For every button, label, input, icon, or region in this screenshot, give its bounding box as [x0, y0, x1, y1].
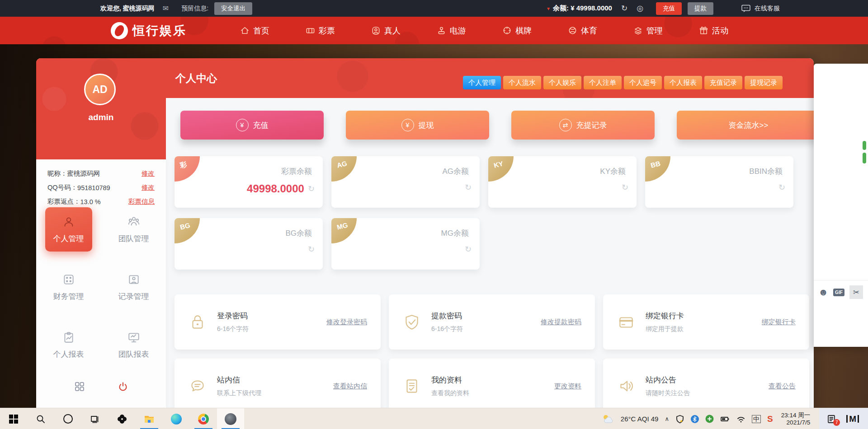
change-withdraw-password-link[interactable]: 修改提款密码 — [541, 318, 581, 326]
refresh-icon[interactable]: ↻ — [308, 184, 315, 194]
scrollbar-thumb[interactable] — [863, 141, 866, 150]
security-shield-icon[interactable] — [675, 415, 684, 424]
flower-app-icon — [117, 414, 127, 424]
nav-item-manage[interactable]: 管理 — [633, 25, 663, 36]
change-profile-link[interactable]: 更改资料 — [554, 382, 581, 391]
withdraw-button[interactable]: ¥ 提现 — [346, 111, 489, 140]
scissors-icon[interactable]: ✂ — [849, 285, 863, 299]
action-label: 提现 — [419, 120, 434, 131]
gif-icon[interactable]: GIF — [833, 289, 844, 296]
chat-bubble-icon[interactable] — [741, 5, 750, 13]
mail-icon[interactable]: ✉ — [163, 4, 169, 13]
nav-label: 棋牌 — [515, 25, 532, 36]
avatar[interactable]: AD — [84, 74, 116, 105]
lottery-info-link[interactable]: 彩票信息 — [128, 197, 155, 206]
balance-label: BG余额 — [285, 228, 312, 238]
sidebar-item-finance-manage[interactable]: 财务管理 — [45, 265, 92, 309]
eye-icon[interactable]: ◎ — [637, 4, 643, 13]
nav-item-home[interactable]: 首页 — [240, 25, 269, 36]
live-dealer-icon — [371, 26, 381, 35]
topbar-withdraw-button[interactable]: 提款 — [688, 2, 713, 15]
sidebar-item-personal-manage[interactable]: 个人管理 — [45, 207, 92, 252]
sidebar-item-team-report[interactable]: 团队报表 — [110, 323, 157, 367]
emoji-icon[interactable]: ☻ — [818, 287, 828, 298]
clock[interactable]: 23:14 周一 2021/7/5 — [781, 412, 811, 426]
apps-grid-icon[interactable] — [74, 381, 85, 392]
nav-item-poker[interactable]: 棋牌 — [502, 25, 532, 36]
fund-flow-button[interactable]: 资金流水>> — [677, 111, 814, 140]
tab-personal-report[interactable]: 个人报表 — [664, 76, 702, 89]
cortana-button[interactable] — [54, 408, 81, 429]
card-title: 提款密码 — [431, 311, 463, 321]
sogou-icon[interactable]: S — [767, 414, 773, 424]
refresh-icon[interactable]: ↻ — [308, 244, 315, 254]
edit-nickname-link[interactable]: 修改 — [142, 169, 155, 178]
recharge-withdraw-record-button[interactable]: ⇄ 充提记录 — [511, 111, 655, 140]
nav-item-egame[interactable]: 电游 — [437, 25, 466, 36]
nav-item-live[interactable]: 真人 — [371, 25, 401, 36]
tray-chevron-icon[interactable]: ∧ — [665, 415, 669, 422]
sidebar-item-record-manage[interactable]: 记录管理 — [110, 265, 157, 309]
pinned-app-button[interactable] — [108, 408, 136, 429]
change-login-password-link[interactable]: 修改登录密码 — [326, 318, 367, 326]
edge-button[interactable] — [163, 408, 190, 429]
person-icon — [62, 215, 75, 228]
search-button[interactable] — [27, 408, 54, 429]
yen-plus-icon: ¥ — [236, 119, 249, 131]
file-explorer-button[interactable] — [136, 408, 163, 429]
recharge-button[interactable]: ¥ 充值 — [180, 111, 324, 140]
tab-personal-chase[interactable]: 个人追号 — [624, 76, 662, 89]
refresh-icon[interactable]: ↻ — [465, 244, 472, 254]
tab-withdraw-record[interactable]: 提现记录 — [745, 76, 783, 89]
tab-personal-manage[interactable]: 个人管理 — [463, 76, 501, 89]
online-service-link[interactable]: 在线客服 — [755, 5, 780, 13]
nav-item-lottery[interactable]: 彩票 — [306, 25, 335, 36]
bluetooth-icon[interactable] — [691, 415, 699, 423]
info-label: 昵称： — [47, 169, 67, 178]
refresh-icon[interactable]: ↻ — [465, 182, 472, 192]
edit-qq-link[interactable]: 修改 — [142, 183, 155, 192]
notification-center-button[interactable]: 7 — [826, 414, 836, 424]
lottery-badge: 彩 — [175, 156, 200, 182]
card-title: 站内信 — [217, 375, 261, 385]
ime-indicator[interactable]: 中 — [752, 415, 761, 423]
nav-item-sports[interactable]: 体育 — [568, 25, 597, 36]
balance-caret-icon[interactable]: ▾ — [547, 5, 550, 12]
balance-label: KY余额 — [600, 166, 626, 177]
cortana-icon — [63, 414, 73, 424]
refresh-icon[interactable]: ↻ — [778, 182, 785, 192]
weather-text[interactable]: 26°C AQI 49 — [621, 415, 659, 423]
task-view-button[interactable] — [81, 408, 108, 429]
sidebar-item-team-manage[interactable]: 团队管理 — [110, 207, 157, 252]
transfer-icon: ⇄ — [559, 119, 572, 131]
safety-plus-icon[interactable] — [705, 415, 714, 423]
active-app-button[interactable] — [217, 408, 244, 429]
yen-icon: ¥ — [401, 119, 414, 131]
tab-recharge-record[interactable]: 充值记录 — [704, 76, 742, 89]
weather-icon[interactable] — [602, 414, 614, 424]
wifi-icon[interactable] — [736, 415, 745, 423]
bank-card-icon — [617, 312, 636, 331]
view-site-message-link[interactable]: 查看站内信 — [333, 382, 367, 391]
battery-icon[interactable] — [720, 415, 730, 424]
info-value: 13.0 % — [80, 198, 101, 205]
chrome-button[interactable] — [190, 408, 217, 429]
refresh-icon[interactable]: ↻ — [622, 182, 628, 192]
tab-personal-bets[interactable]: 个人注单 — [584, 76, 622, 89]
tab-personal-flow[interactable]: 个人流水 — [503, 76, 541, 89]
bind-bank-card-link[interactable]: 绑定银行卡 — [762, 318, 796, 326]
view-notice-link[interactable]: 查看公告 — [769, 382, 796, 391]
scrollbar-thumb[interactable] — [863, 153, 866, 163]
start-button[interactable] — [0, 408, 27, 429]
topbar-recharge-button[interactable]: 充值 — [656, 2, 682, 15]
refresh-balance-icon[interactable]: ↻ — [621, 4, 627, 13]
power-icon[interactable] — [117, 381, 129, 392]
sidebar-item-personal-report[interactable]: 个人报表 — [45, 323, 92, 367]
record-icon — [127, 273, 141, 286]
brand[interactable]: 恒行娱乐 — [111, 22, 187, 39]
m-widget-icon[interactable]: M — [846, 415, 859, 423]
nav-item-activity[interactable]: 活动 — [699, 25, 728, 36]
ball-icon — [568, 26, 577, 35]
logout-button[interactable]: 安全退出 — [214, 2, 252, 15]
tab-personal-entertain[interactable]: 个人娱乐 — [543, 76, 581, 89]
